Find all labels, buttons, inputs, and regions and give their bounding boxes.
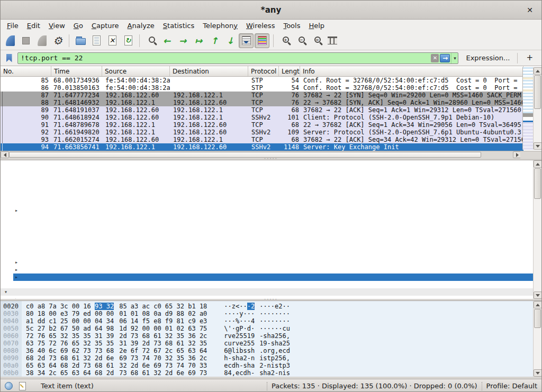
scroll-left-icon[interactable] [1,151,9,158]
find-packet-icon[interactable] [143,33,158,48]
column-header[interactable]: No. [1,66,51,76]
detail-row[interactable]: ▸ [SEQ/ACK analysis] [1,266,533,274]
detail-row[interactable]: ▸ Flags: 0x018 (PSH, ACK) [1,207,533,214]
hex-row[interactable]: 0060 72 76 65 32 35 35 31 39 2d 73 68 61… [1,332,533,340]
capture-comment-icon[interactable] [19,382,26,390]
expression-button[interactable]: Expression... [462,52,514,63]
save-file-icon[interactable] [89,33,104,48]
menu-tools[interactable]: Tools [279,21,304,31]
detail-row[interactable]: Window size value: 227 [1,214,533,222]
go-back-icon[interactable]: ← [159,33,174,48]
hex-row[interactable]: 0030 80 18 00 e3 79 ed 00 00 01 01 08 0a… [1,310,533,317]
pane-splitter[interactable] [1,299,541,300]
detail-row[interactable]: Acknowledgment number: 34 (relative ack … [1,192,533,199]
packet-row[interactable]: 93 71.662015274 192.168.122.60 192.168.1… [1,136,523,143]
expander-icon[interactable]: ▸ [15,207,18,214]
filter-history-dropdown-icon[interactable]: ▾ [451,53,458,63]
menu-telephony[interactable]: Telephony [198,21,242,31]
column-header[interactable]: Destination [170,66,248,76]
scroll-down-icon[interactable] [534,142,542,150]
details-vscrollbar[interactable] [533,160,541,299]
colorize-toggle-icon[interactable] [255,33,269,48]
profile-label[interactable]: Profile: Default [486,382,537,390]
packet-row[interactable]: 90 71.648618924 192.168.122.60 192.168.1… [1,114,523,121]
packet-row[interactable]: 89 71.648191037 192.168.122.60 192.168.1… [1,106,523,114]
hex-row[interactable]: 00b0 38 34 2c 65 63 64 68 2d 73 68 61 32… [1,369,533,377]
menu-edit[interactable]: Edit [23,21,44,31]
open-file-icon[interactable] [73,33,88,48]
menu-help[interactable]: Help [304,21,329,31]
packet-list-hscrollbar[interactable] [1,151,521,158]
autoscroll-toggle-icon[interactable] [239,33,254,48]
toolbar-button[interactable] [69,34,69,47]
column-header[interactable]: Source [102,66,170,76]
toolbar-button[interactable] [273,34,274,47]
packet-row[interactable]: 91 71.648789678 192.168.122.1 192.168.12… [1,121,523,129]
intelligent-scrollbar[interactable] [522,67,533,150]
detail-row[interactable]: Checksum: 0x79ed [unverified] [1,236,533,244]
menu-go[interactable]: Go [69,21,87,31]
expander-icon[interactable]: ▾ [4,288,7,296]
detail-row[interactable]: TCP payload (1080 bytes) [1,281,533,288]
hex-row[interactable]: 00a0 65 63 64 68 2d 73 68 61 32 2d 6e 69… [1,362,533,369]
menu-statistics[interactable]: Statistics [159,21,198,31]
hex-row[interactable]: 0020 c0 a8 7a 3c 00 16 93 32 85 a3 ac c0… [1,303,533,310]
bookmark-icon[interactable] [4,52,14,64]
hex-row[interactable]: 0040 a1 dd c1 25 00 00 04 34 06 14 f5 e8… [1,317,533,325]
menu-capture[interactable]: Capture [87,21,123,31]
reload-file-icon[interactable]: ↻ [121,33,136,48]
zoom-100-icon[interactable]: = [309,33,324,48]
packet-row[interactable]: 92 71.661949820 192.168.122.1 192.168.12… [1,129,523,136]
detail-row[interactable]: 1000 .... = Header Length: 32 bytes (8) [1,199,533,207]
hex-row[interactable]: 0050 5c 27 b2 67 50 ad 64 98 1d 92 00 00… [1,325,533,332]
column-header[interactable]: Protocol [248,66,279,76]
restart-capture-icon[interactable] [34,33,49,48]
menu-analyze[interactable]: Analyze [123,21,159,31]
go-forward-icon[interactable]: → [175,33,190,48]
packet-row[interactable]: 85 68.001734936 fe:54:00:d4:38:2a STP 54… [1,77,523,84]
expander-icon[interactable]: ▸ [15,259,18,266]
scroll-up-icon[interactable] [534,160,541,168]
menu-wireless[interactable]: Wireless [242,21,279,31]
menu-view[interactable]: View [44,21,69,31]
go-to-bottom-icon[interactable]: ↓ [223,33,238,48]
detail-row[interactable]: [Next sequence number: 1122 (relative se… [1,185,533,192]
detail-row[interactable]: [TCP Segment Len: 1080] [1,170,533,177]
packet-row[interactable]: 94 71.663856741 192.168.122.1 192.168.12… [1,143,523,151]
menu-file[interactable]: File [3,21,23,31]
hex-row[interactable]: 0080 36 40 6c 69 62 73 73 68 2e 6f 72 67… [1,347,533,354]
column-header[interactable]: Length [279,66,300,76]
detail-row[interactable]: ▸ [Timestamps] [1,274,533,281]
hex-row[interactable]: 0070 63 75 72 76 65 32 35 35 31 39 2d 73… [1,340,533,347]
expert-info-icon[interactable] [5,382,13,390]
scrollbar-thumb[interactable] [9,152,481,158]
close-icon[interactable]: ✕ [525,5,535,15]
capture-options-icon[interactable]: ⚙ [50,33,65,48]
column-header[interactable]: Info [300,66,523,76]
apply-filter-icon[interactable]: → [440,54,450,62]
go-to-packet-icon[interactable]: ↦ [191,33,206,48]
scroll-up-icon[interactable] [534,301,541,308]
column-header[interactable]: Time [51,66,102,76]
stop-capture-icon[interactable] [19,33,33,48]
close-file-icon[interactable]: ✕ [105,33,120,48]
hex-row[interactable]: 0090 68 2d 73 68 61 32 2d 6e 69 73 74 70… [1,354,533,362]
display-filter-input[interactable]: !tcp.port == 22 ✕ → ▾ [17,52,458,64]
detail-row[interactable]: ▾ SSH Protocol [1,288,533,296]
packet-row[interactable]: 88 71.648146932 192.168.122.1 192.168.12… [1,99,523,106]
detail-row[interactable]: ▸ Options: (12 bytes), No-Operation (NOP… [1,259,533,266]
add-filter-button[interactable]: + [521,53,538,63]
go-to-top-icon[interactable]: ↑ [207,33,222,48]
detail-row[interactable]: Sequence number: 42 (relative sequence n… [1,177,533,185]
zoom-out-icon[interactable]: − [293,33,308,48]
detail-row[interactable]: Urgent pointer: 0 [1,251,533,259]
detail-row[interactable]: [Calculated window size: 29056] [1,222,533,229]
packet-row[interactable]: 87 71.647777234 192.168.122.60 192.168.1… [1,92,523,99]
scrollbar-thumb[interactable] [534,309,541,328]
packet-list-vscrollbar[interactable] [533,67,541,150]
scroll-up-icon[interactable] [534,67,542,75]
bytes-vscrollbar[interactable] [533,301,541,377]
toolbar-button[interactable] [139,34,140,47]
clear-filter-icon[interactable]: ✕ [431,54,439,62]
start-capture-icon[interactable] [3,33,17,48]
